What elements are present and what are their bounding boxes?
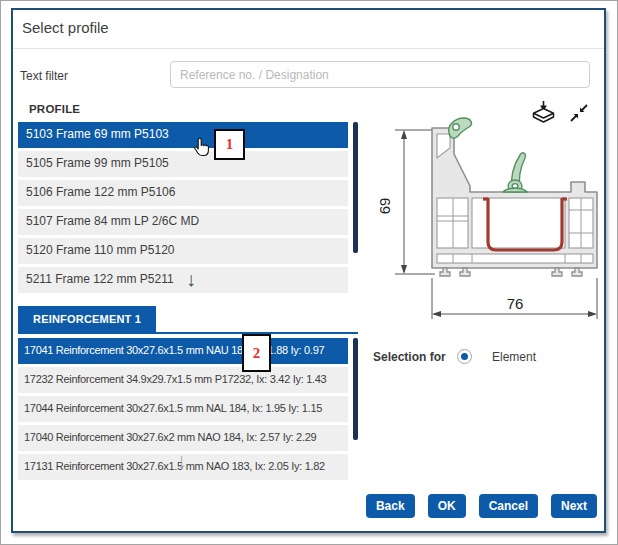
profile-list-item[interactable]: 5106 Frame 122 mm P5106 <box>18 180 348 206</box>
annotation-step-2: 2 <box>242 334 271 372</box>
hand-cursor-icon <box>193 137 210 158</box>
profile-list-item[interactable]: 5120 Frame 110 mm P5120 <box>18 238 348 264</box>
width-dimension-label: 76 <box>507 295 524 312</box>
screenshot-page: Select profile Text filter PROFILE 5103 … <box>0 0 618 545</box>
profile-list-item[interactable]: 5103 Frame 69 mm P5103 <box>18 122 348 148</box>
select-profile-dialog: Select profile Text filter PROFILE 5103 … <box>11 8 606 533</box>
dialog-footer: Back OK Cancel Next <box>366 494 597 518</box>
text-filter-label: Text filter <box>20 69 68 83</box>
scroll-down-icon: ↓ <box>186 269 196 289</box>
scroll-down-icon: ↓ <box>176 450 187 472</box>
reinforcement-list-scrollbar[interactable] <box>353 338 358 440</box>
next-button[interactable]: Next <box>551 494 597 518</box>
profile-list-item[interactable]: 5105 Frame 99 mm P5105 <box>18 151 348 177</box>
selection-for-label: Selection for <box>373 350 446 364</box>
reinforcement-list-item[interactable]: 17044 Reinforcement 30x27.6x1.5 mm NAL 1… <box>18 396 348 422</box>
profile-list-item[interactable]: 5211 Frame 122 mm P5211 <box>18 267 348 293</box>
element-radio[interactable] <box>457 349 472 364</box>
height-dimension-label: 69 <box>376 198 393 215</box>
dialog-title: Select profile <box>22 19 109 36</box>
profile-preview-drawing: 69 76 <box>375 98 607 326</box>
ok-button[interactable]: OK <box>428 494 466 518</box>
tab-underline <box>18 332 358 334</box>
title-separator <box>13 48 604 49</box>
profile-list-scrollbar[interactable] <box>353 122 358 253</box>
back-button[interactable]: Back <box>366 494 415 518</box>
annotation-step-1: 1 <box>214 129 245 160</box>
profile-feet <box>440 268 582 276</box>
element-radio-label: Element <box>492 350 536 364</box>
reinforcement-list: 17041 Reinforcement 30x27.6x1.5 mm NAU 1… <box>18 338 358 483</box>
tab-reinforcement-1[interactable]: REINFORCEMENT 1 <box>18 306 156 332</box>
cancel-button[interactable]: Cancel <box>479 494 538 518</box>
profile-chambers <box>437 134 593 263</box>
profile-list-item[interactable]: 5107 Frame 84 mm LP 2/6C MD <box>18 209 348 235</box>
profile-section-heading: PROFILE <box>29 103 80 115</box>
reinforcement-list-item[interactable]: 17232 Reinforcement 34.9x29.7x1.5 mm P17… <box>18 367 348 393</box>
text-filter-input[interactable] <box>170 61 590 88</box>
profile-list: 5103 Frame 69 mm P5103 5105 Frame 99 mm … <box>18 122 358 294</box>
reinforcement-list-item[interactable]: 17041 Reinforcement 30x27.6x1.5 mm NAU 1… <box>18 338 348 364</box>
